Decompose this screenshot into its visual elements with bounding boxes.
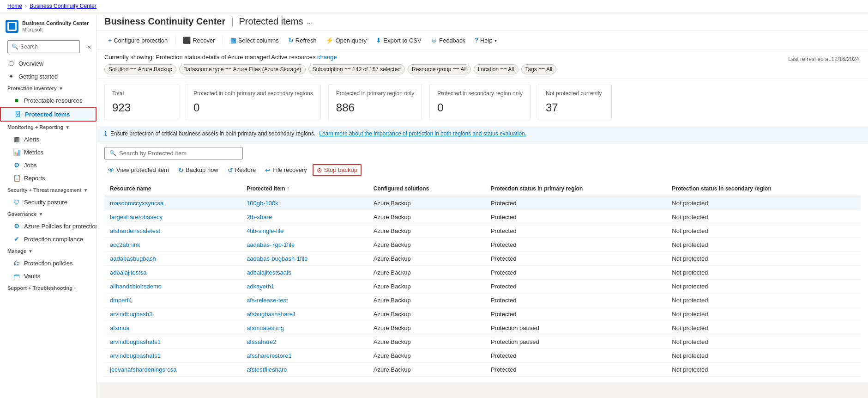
resource-link[interactable]: largesharerobasecy bbox=[110, 214, 163, 220]
breadcrumb-home[interactable]: Home bbox=[7, 3, 22, 9]
cell-resource[interactable]: dmperf4 bbox=[104, 293, 241, 307]
cell-item[interactable]: afssahare2 bbox=[241, 335, 368, 349]
cell-resource[interactable]: arvindbugbashafs1 bbox=[104, 335, 241, 349]
sidebar-item-azure-policies[interactable]: ⚙ Azure Policies for protection bbox=[0, 220, 96, 233]
page-more-btn[interactable]: ... bbox=[307, 18, 313, 26]
sidebar-section-security[interactable]: Security + Threat management ▼ bbox=[0, 184, 96, 196]
cell-resource[interactable]: arvindbugbashafs1 bbox=[104, 349, 241, 362]
table-row[interactable]: dmperf4 afs-release-test Azure Backup Pr… bbox=[104, 293, 861, 307]
cell-item[interactable]: afsmuatesting bbox=[241, 321, 368, 335]
item-link[interactable]: afstestfileshare bbox=[247, 366, 287, 373]
cell-resource[interactable]: acc2abhink bbox=[104, 238, 241, 251]
cell-resource[interactable]: allhandsblobsdemo bbox=[104, 279, 241, 293]
breadcrumb-bcc[interactable]: Business Continuity Center bbox=[30, 3, 96, 9]
filter-chip[interactable]: Resource group == All bbox=[408, 64, 471, 74]
sidebar-section-support[interactable]: Support + Troubleshooting › bbox=[0, 282, 96, 294]
info-link[interactable]: Learn more about the importance of prote… bbox=[319, 130, 526, 137]
resource-link[interactable]: masoomccyxsyncsa bbox=[110, 200, 163, 207]
table-row[interactable]: aadabasbugbash aadabas-bugbash-1file Azu… bbox=[104, 251, 861, 265]
sidebar-item-vaults[interactable]: 🗃 Vaults bbox=[0, 269, 96, 282]
cell-resource[interactable]: largesharerobasecy bbox=[104, 210, 241, 224]
table-row[interactable]: adbalajitestsa adbalajitestsaafs Azure B… bbox=[104, 265, 861, 279]
sidebar-item-getting-started[interactable]: ✦ Getting started bbox=[0, 70, 96, 83]
sidebar-item-security-posture[interactable]: 🛡 Security posture bbox=[0, 196, 96, 208]
cell-item[interactable]: aadabas-7gb-1file bbox=[241, 238, 368, 251]
filter-chip[interactable]: Datasource type == Azure Files (Azure St… bbox=[179, 64, 305, 74]
table-search-input[interactable] bbox=[119, 150, 238, 157]
resource-link[interactable]: adbalajitestsa bbox=[110, 269, 147, 276]
refresh-button[interactable]: ↻ Refresh bbox=[284, 35, 320, 46]
item-link[interactable]: adbalajitestsaafs bbox=[247, 269, 291, 276]
item-link[interactable]: aadabas-bugbash-1file bbox=[247, 255, 307, 262]
feedback-button[interactable]: ☺ Feedback bbox=[427, 35, 469, 46]
search-input[interactable] bbox=[20, 43, 76, 50]
resource-link[interactable]: arvindbugbashafs1 bbox=[110, 352, 161, 359]
table-row[interactable]: afshardenscaletest 4tib-single-file Azur… bbox=[104, 224, 861, 238]
sidebar-item-reports[interactable]: 📋 Reports bbox=[0, 171, 96, 184]
cell-item[interactable]: afssharerestore1 bbox=[241, 349, 368, 362]
table-row[interactable]: arvindbugbashafs1 afssharerestore1 Azure… bbox=[104, 349, 861, 362]
cell-resource[interactable]: afshardenscaletest bbox=[104, 224, 241, 238]
resource-link[interactable]: arvindbugbash3 bbox=[110, 311, 153, 318]
sidebar-collapse-btn[interactable]: « bbox=[85, 43, 93, 50]
sidebar-item-protectable-resources[interactable]: ■ Protectable resources bbox=[0, 94, 96, 107]
recover-button[interactable]: ⬛ Recover bbox=[179, 35, 218, 46]
stop-backup-button[interactable]: ⊗Stop backup bbox=[313, 164, 362, 176]
sidebar-section-protection-inventory[interactable]: Protection inventory ▼ bbox=[0, 83, 96, 94]
sidebar-item-protection-compliance[interactable]: ✔ Protection compliance bbox=[0, 233, 96, 245]
sidebar-item-jobs[interactable]: ⚙ Jobs bbox=[0, 159, 96, 171]
cell-resource[interactable]: afsmua bbox=[104, 321, 241, 335]
item-link[interactable]: afs-release-test bbox=[247, 297, 288, 304]
sidebar-search-box[interactable]: 🔍 bbox=[7, 40, 80, 53]
filter-change-link[interactable]: change bbox=[317, 54, 337, 61]
cell-item[interactable]: aadabas-bugbash-1file bbox=[241, 251, 368, 265]
resource-link[interactable]: afsmua bbox=[110, 325, 130, 331]
table-row[interactable]: jeevanafshardeningsrcsa afstestfileshare… bbox=[104, 362, 861, 376]
configure-protection-button[interactable]: + Configure protection bbox=[104, 35, 171, 46]
cell-item[interactable]: adkayeth1 bbox=[241, 279, 368, 293]
sidebar-item-overview[interactable]: ⬡ Overview bbox=[0, 57, 96, 70]
sidebar-item-metrics[interactable]: 📊 Metrics bbox=[0, 146, 96, 159]
filter-chip[interactable]: Tags == All bbox=[521, 64, 557, 74]
cell-resource[interactable]: arvindbugbash3 bbox=[104, 307, 241, 321]
table-row[interactable]: masoomccyxsyncsa 100gb-100k Azure Backup… bbox=[104, 196, 861, 210]
item-link[interactable]: afsbugbashshare1 bbox=[247, 311, 296, 318]
sidebar-section-governance[interactable]: Governance ▼ bbox=[0, 208, 96, 220]
sidebar-item-alerts[interactable]: ▦ Alerts bbox=[0, 133, 96, 146]
cell-item[interactable]: 100gb-100k bbox=[241, 196, 368, 210]
help-button[interactable]: ? Help ▾ bbox=[471, 35, 500, 46]
cell-item[interactable]: 2tb-share bbox=[241, 210, 368, 224]
resource-link[interactable]: jeevanafshardeningsrcsa bbox=[110, 366, 177, 373]
file-recovery-button[interactable]: ↩File recovery bbox=[261, 165, 310, 176]
cell-item[interactable]: adbalajitestsaafs bbox=[241, 265, 368, 279]
cell-resource[interactable]: adbalajitestsa bbox=[104, 265, 241, 279]
backup-now-button[interactable]: ↻Backup now bbox=[175, 165, 222, 176]
table-row[interactable]: acc2abhink aadabas-7gb-1file Azure Backu… bbox=[104, 238, 861, 251]
select-columns-button[interactable]: ▦ Select columns bbox=[227, 35, 283, 46]
item-link[interactable]: afssharerestore1 bbox=[247, 352, 292, 359]
resource-link[interactable]: dmperf4 bbox=[110, 297, 132, 304]
table-row[interactable]: arvindbugbashafs1 afssahare2 Azure Backu… bbox=[104, 335, 861, 349]
resource-link[interactable]: allhandsblobsdemo bbox=[110, 283, 162, 290]
cell-item[interactable]: afs-release-test bbox=[241, 293, 368, 307]
sidebar-item-protected-items[interactable]: 🗄 Protected items bbox=[0, 107, 96, 122]
table-row[interactable]: afsmua afsmuatesting Azure Backup Protec… bbox=[104, 321, 861, 335]
cell-resource[interactable]: aadabasbugbash bbox=[104, 251, 241, 265]
item-link[interactable]: adkayeth1 bbox=[247, 283, 274, 290]
sidebar-item-protection-policies[interactable]: 🗂 Protection policies bbox=[0, 257, 96, 269]
cell-item[interactable]: afstestfileshare bbox=[241, 362, 368, 376]
table-row[interactable]: largesharerobasecy 2tb-share Azure Backu… bbox=[104, 210, 861, 224]
sidebar-section-manage[interactable]: Manage ▼ bbox=[0, 245, 96, 257]
item-link[interactable]: 100gb-100k bbox=[247, 200, 278, 207]
filter-chip[interactable]: Location == All bbox=[474, 64, 518, 74]
item-link[interactable]: afssahare2 bbox=[247, 338, 276, 345]
restore-button[interactable]: ↺Restore bbox=[224, 165, 260, 176]
filter-chip[interactable]: Solution == Azure Backup bbox=[104, 64, 176, 74]
export-csv-button[interactable]: ⬇ Export to CSV bbox=[372, 35, 425, 46]
item-link[interactable]: 2tb-share bbox=[247, 214, 272, 220]
sidebar-section-monitoring[interactable]: Monitoring + Reporting ▼ bbox=[0, 122, 96, 133]
cell-item[interactable]: 4tib-single-file bbox=[241, 224, 368, 238]
filter-chip[interactable]: Subscription == 142 of 157 selected bbox=[308, 64, 405, 74]
cell-resource[interactable]: jeevanafshardeningsrcsa bbox=[104, 362, 241, 376]
table-search-box[interactable]: 🔍 bbox=[104, 147, 243, 159]
